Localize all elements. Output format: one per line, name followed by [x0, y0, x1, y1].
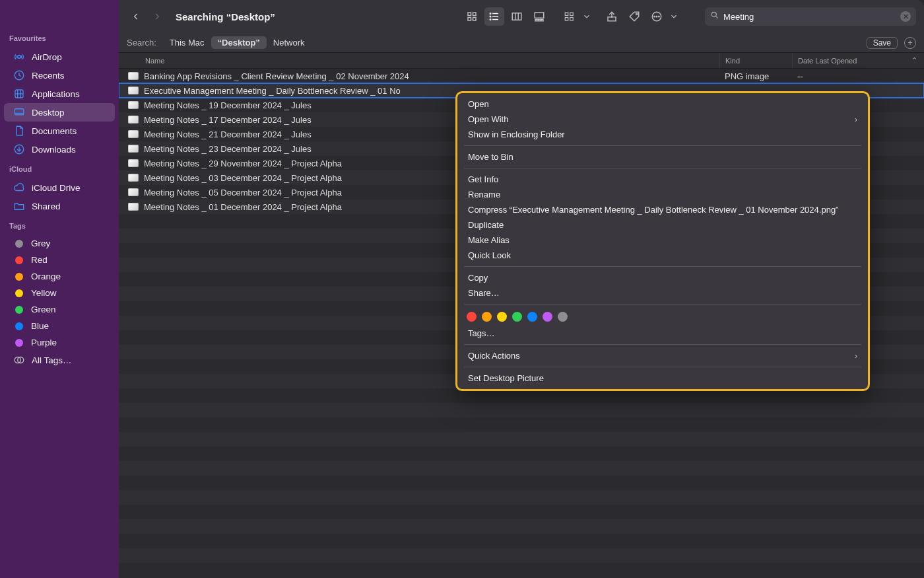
back-button[interactable]: [127, 7, 145, 26]
sidebar-item-shared[interactable]: Shared: [4, 197, 115, 215]
menu-make-alias[interactable]: Make Alias: [457, 233, 868, 248]
menu-item-label: Quick Actions: [468, 351, 520, 361]
sidebar-item-recents[interactable]: Recents: [4, 66, 115, 85]
cloud-icon: [13, 182, 25, 194]
sidebar-tag-grey[interactable]: Grey: [4, 235, 115, 252]
sidebar-item-documents[interactable]: Documents: [4, 122, 115, 140]
sidebar-item-label: AirDrop: [32, 52, 62, 62]
tag-color-option[interactable]: [543, 312, 552, 322]
svg-rect-26: [535, 20, 537, 21]
menu-copy[interactable]: Copy: [457, 270, 868, 285]
file-icon: [128, 159, 139, 167]
save-search-button[interactable]: Save: [867, 37, 898, 49]
search-input[interactable]: [723, 12, 896, 22]
sidebar-item-desktop[interactable]: Desktop: [4, 103, 115, 122]
sidebar-tag-alltags[interactable]: All Tags…: [4, 351, 115, 369]
tag-color-option[interactable]: [512, 312, 522, 322]
file-name: Banking App Revisions _ Client Review Me…: [144, 71, 719, 81]
sidebar-item-applications[interactable]: Applications: [4, 85, 115, 103]
svg-point-21: [490, 19, 491, 20]
sidebar-item-airdrop[interactable]: AirDrop: [4, 48, 115, 66]
more-actions-button[interactable]: [647, 7, 667, 26]
sidebar: Favourites AirDropRecentsApplicationsDes…: [0, 0, 119, 578]
view-icons-button[interactable]: [462, 7, 482, 26]
svg-point-36: [654, 16, 655, 17]
tag-color-option[interactable]: [558, 312, 568, 322]
sidebar-item-label: Red: [31, 255, 48, 265]
add-criteria-button[interactable]: ＋: [904, 37, 916, 49]
menu-compress-executive-management-meeting-daily-bottleneck-review-november-png[interactable]: Compress “Executive Management Meeting _…: [457, 202, 868, 217]
menu-separator: [464, 344, 861, 345]
column-header-kind[interactable]: Kind: [719, 53, 792, 68]
sidebar-tag-orange[interactable]: Orange: [4, 268, 115, 285]
scope-network[interactable]: Network: [267, 36, 312, 49]
group-by-button[interactable]: [560, 7, 579, 26]
menu-tags[interactable]: Tags…: [457, 326, 868, 341]
menu-get-info[interactable]: Get Info: [457, 172, 868, 187]
file-row[interactable]: Banking App Revisions _ Client Review Me…: [119, 69, 924, 83]
sidebar-tag-green[interactable]: Green: [4, 301, 115, 318]
menu-item-label: Get Info: [468, 174, 498, 184]
column-header-date[interactable]: Date Last Opened ⌃: [792, 53, 924, 68]
sidebar-tag-yellow[interactable]: Yellow: [4, 285, 115, 301]
file-date: --: [792, 71, 924, 81]
list-header: Name Kind Date Last Opened ⌃: [119, 53, 924, 69]
tag-color-dot: [15, 273, 23, 281]
sidebar-section-icloud: iCloud: [0, 165, 119, 178]
file-row-empty: [119, 447, 924, 461]
more-actions-chevron-icon[interactable]: [669, 7, 678, 26]
tag-color-option[interactable]: [467, 312, 477, 322]
menu-show-in-enclosing-folder[interactable]: Show in Enclosing Folder: [457, 127, 868, 142]
column-header-name[interactable]: Name: [119, 57, 719, 65]
tag-color-option[interactable]: [482, 312, 492, 322]
menu-share[interactable]: Share…: [457, 285, 868, 301]
tag-button[interactable]: [624, 7, 644, 26]
menu-open[interactable]: Open: [457, 96, 868, 112]
sidebar-tag-blue[interactable]: Blue: [4, 318, 115, 334]
window-title: Searching “Desktop”: [176, 11, 275, 22]
sidebar-item-icloud-drive[interactable]: iCloud Drive: [4, 178, 115, 197]
menu-separator: [464, 367, 861, 367]
search-field[interactable]: ✕: [705, 7, 916, 26]
tag-color-dot: [15, 240, 23, 248]
menu-open-with[interactable]: Open With›: [457, 112, 868, 127]
file-icon: [128, 116, 139, 124]
menu-set-desktop-picture[interactable]: Set Desktop Picture: [457, 371, 868, 386]
file-icon: [128, 188, 139, 196]
menu-item-label: Compress “Executive Management Meeting _…: [468, 205, 838, 215]
svg-rect-15: [473, 18, 477, 21]
clear-search-button[interactable]: ✕: [900, 11, 911, 22]
menu-quick-look[interactable]: Quick Look: [457, 248, 868, 263]
menu-item-label: Duplicate: [468, 220, 504, 230]
menu-item-label: Rename: [468, 190, 500, 199]
svg-line-40: [715, 16, 717, 18]
share-button[interactable]: [602, 7, 622, 26]
menu-item-label: Share…: [468, 288, 500, 298]
tag-color-option[interactable]: [527, 312, 537, 322]
file-icon: [128, 203, 139, 211]
view-gallery-button[interactable]: [529, 7, 549, 26]
file-row-empty: [119, 519, 924, 534]
menu-item-label: Set Desktop Picture: [468, 373, 544, 383]
clock-icon: [13, 69, 25, 81]
menu-rename[interactable]: Rename: [457, 187, 868, 202]
sidebar-tag-red[interactable]: Red: [4, 252, 115, 268]
tag-color-option[interactable]: [497, 312, 507, 322]
toolbar: Searching “Desktop”: [119, 0, 924, 33]
menu-move-to-bin[interactable]: Move to Bin: [457, 149, 868, 164]
scope-thismac[interactable]: This Mac: [163, 36, 211, 49]
menu-item-label: Open With: [468, 114, 508, 124]
scope-desktop[interactable]: “Desktop”: [211, 36, 267, 49]
sidebar-item-label: Recents: [32, 71, 65, 81]
svg-rect-27: [539, 20, 541, 21]
sidebar-item-label: Applications: [32, 89, 80, 99]
view-columns-button[interactable]: [507, 7, 527, 26]
sidebar-tag-purple[interactable]: Purple: [4, 334, 115, 351]
view-list-button[interactable]: [484, 7, 504, 26]
forward-button[interactable]: [148, 7, 166, 26]
menu-quick-actions[interactable]: Quick Actions›: [457, 348, 868, 363]
group-by-chevron-icon[interactable]: [582, 7, 591, 26]
sidebar-item-downloads[interactable]: Downloads: [4, 140, 115, 159]
menu-duplicate[interactable]: Duplicate: [457, 217, 868, 233]
file-icon: [128, 87, 139, 94]
